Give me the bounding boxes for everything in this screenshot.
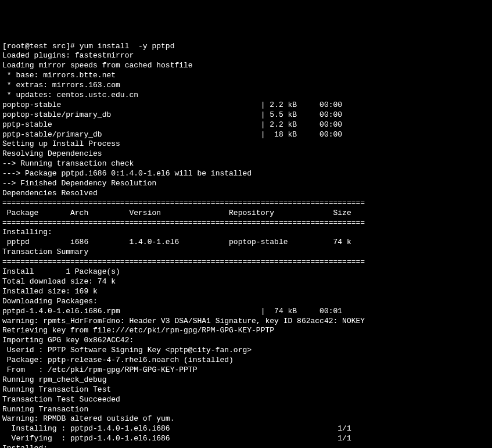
output-line: Dependencies Resolved xyxy=(2,189,490,199)
separator-line: ========================================… xyxy=(2,199,490,209)
output-line: ---> Package pptpd.i686 0:1.4.0-1.el6 wi… xyxy=(2,169,490,179)
separator-line: ========================================… xyxy=(2,218,490,228)
output-line: Downloading Packages: xyxy=(2,297,490,307)
output-line: poptop-stable | 2.2 kB 00:00 xyxy=(2,101,490,110)
output-line: poptop-stable/primary_db | 5.5 kB 00:00 xyxy=(2,110,490,120)
output-line: Resolving Dependencies xyxy=(2,149,490,159)
output-line: Verifying : pptpd-1.4.0-1.el6.i686 1/1 xyxy=(2,434,490,444)
output-line: --> Running transaction check xyxy=(2,159,490,169)
output-line: Transaction Summary xyxy=(2,248,490,257)
output-line: Importing GPG key 0x862ACC42: xyxy=(2,336,490,346)
command-line: [root@test src]# yum install -y pptpd xyxy=(2,42,490,52)
output-line: From : /etc/pki/rpm-gpg/RPM-GPG-KEY-PPTP xyxy=(2,365,490,375)
table-row: pptpd i686 1.4.0-1.el6 poptop-stable 74 … xyxy=(2,238,490,248)
output-line: Loaded plugins: fastestmirror xyxy=(2,51,490,61)
output-line: Userid : PPTP Software Signing Key <pptp… xyxy=(2,346,490,356)
output-line: * updates: centos.ustc.edu.cn xyxy=(2,91,490,101)
terminal-output: [root@test src]# yum install -y pptpdLoa… xyxy=(2,42,490,448)
output-line: Retrieving key from file:///etc/pki/rpm-… xyxy=(2,326,490,336)
output-line: Running Transaction xyxy=(2,405,490,415)
output-line: Package: pptp-release-4-7.rhel6.noarch (… xyxy=(2,356,490,365)
output-line: Running rpm_check_debug xyxy=(2,375,490,385)
output-line: * extras: mirrors.163.com xyxy=(2,81,490,91)
output-line: * base: mirrors.btte.net xyxy=(2,71,490,81)
output-line: Warning: RPMDB altered outside of yum. xyxy=(2,414,490,424)
separator-line: ========================================… xyxy=(2,257,490,267)
output-line: Loading mirror speeds from cached hostfi… xyxy=(2,61,490,71)
output-line: Install 1 Package(s) xyxy=(2,267,490,277)
output-line: Total download size: 74 k xyxy=(2,277,490,287)
output-line: pptp-stable | 2.2 kB 00:00 xyxy=(2,120,490,130)
prompt: [root@test src]# xyxy=(2,42,80,51)
output-line: Installing : pptpd-1.4.0-1.el6.i686 1/1 xyxy=(2,424,490,434)
output-line: Installed size: 169 k xyxy=(2,287,490,297)
output-line: warning: rpmts_HdrFromFdno: Header V3 DS… xyxy=(2,317,490,327)
table-header: Package Arch Version Repository Size xyxy=(2,209,490,218)
output-line: Installed: xyxy=(2,444,490,448)
command[interactable]: yum install -y pptpd xyxy=(80,42,175,51)
output-line: --> Finished Dependency Resolution xyxy=(2,179,490,189)
output-line: Setting up Install Process xyxy=(2,139,490,149)
output-line: Running Transaction Test xyxy=(2,385,490,395)
output-line: pptpd-1.4.0-1.el6.i686.rpm | 74 kB 00:01 xyxy=(2,307,490,317)
output-line: Transaction Test Succeeded xyxy=(2,395,490,405)
output-line: Installing: xyxy=(2,228,490,238)
output-line: pptp-stable/primary_db | 18 kB 00:00 xyxy=(2,130,490,140)
